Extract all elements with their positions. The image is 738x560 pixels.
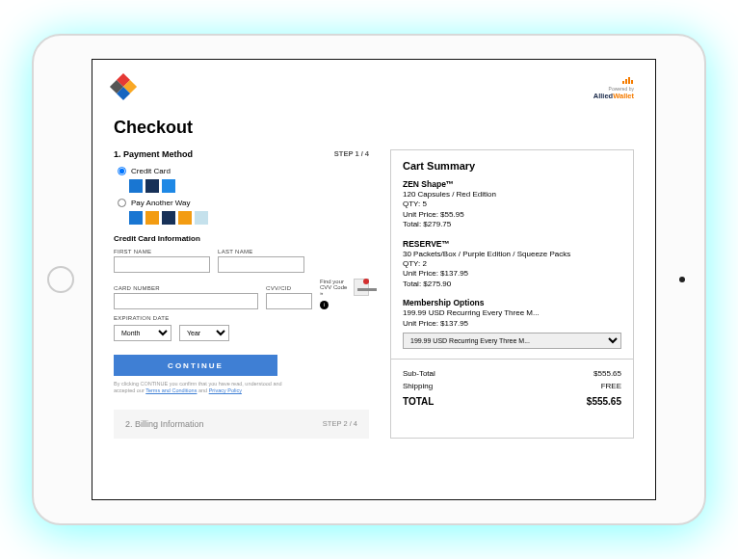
cvv-help-link[interactable]: Find your CVV Code » (320, 279, 350, 296)
credit-card-swatches (129, 179, 369, 193)
card-number-label: CARD NUMBER (114, 285, 258, 291)
total-row: TOTAL$555.65 (403, 396, 621, 407)
tablet-frame: Powered by AlliedWallet Checkout 1. Paym… (32, 34, 706, 525)
card-number-input[interactable] (114, 293, 258, 309)
cart-item: ZEN Shape™ 120 Capsules / Red Edition QT… (403, 179, 621, 230)
step-2-header: 2. Billing InformationSTEP 2 / 4 (114, 410, 369, 439)
exp-label: EXPIRATION DATE (114, 315, 369, 321)
pay-other-radio[interactable] (118, 199, 126, 207)
terms-link[interactable]: Terms and Conditions (145, 387, 197, 393)
pay-option-other[interactable]: Pay Another Way (118, 199, 369, 207)
membership-block: Membership Options 199.99 USD Recurring … (403, 298, 621, 349)
other-pay-swatches (129, 211, 369, 225)
merchant-logo (114, 77, 133, 96)
page-title: Checkout (114, 118, 634, 138)
cart-item: RESERVE™ 30 Packets/Box / Purple Edition… (403, 239, 621, 290)
card-icon (354, 279, 369, 296)
last-name-input[interactable] (218, 256, 304, 273)
cc-info-heading: Credit Card Information (114, 234, 369, 243)
cart-title: Cart Summary (403, 160, 621, 172)
step-1-header: 1. Payment Method STEP 1 / 4 (114, 149, 369, 159)
first-name-input[interactable] (114, 256, 210, 273)
privacy-link[interactable]: Privacy Policy (209, 387, 242, 393)
pay-option-credit-card[interactable]: Credit Card (118, 167, 369, 175)
cvv-input[interactable] (266, 293, 312, 309)
screen: Powered by AlliedWallet Checkout 1. Paym… (92, 59, 656, 500)
shipping-row: ShippingFREE (403, 382, 621, 390)
credit-card-radio[interactable] (118, 167, 126, 175)
terms-text: By clicking CONTINUE you confirm that yo… (114, 381, 287, 394)
last-name-label: LAST NAME (218, 249, 304, 254)
cvv-label: CVV/CID (266, 285, 312, 291)
first-name-label: FIRST NAME (114, 249, 210, 254)
powered-by-brand: Powered by AlliedWallet (593, 77, 634, 100)
camera-dot (679, 277, 685, 282)
subtotal-row: Sub-Total$555.65 (403, 369, 621, 378)
exp-month-select[interactable]: Month (114, 325, 171, 341)
home-button[interactable] (47, 266, 74, 293)
cart-summary: Cart Summary ZEN Shape™ 120 Capsules / R… (390, 149, 634, 439)
exp-year-select[interactable]: Year (179, 325, 229, 341)
info-icon[interactable]: i (320, 301, 329, 309)
continue-button[interactable]: CONTINUE (114, 355, 277, 376)
membership-select[interactable]: 199.99 USD Recurring Every Three M... (403, 333, 621, 349)
